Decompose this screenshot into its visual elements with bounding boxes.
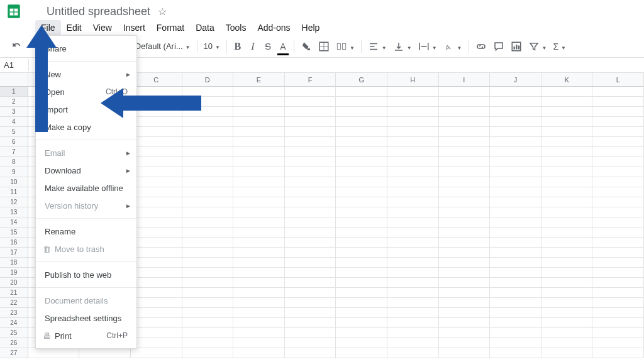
cell[interactable] [285, 348, 336, 358]
cell[interactable] [541, 288, 593, 298]
cell[interactable] [336, 258, 387, 268]
menu-data[interactable]: Data [190, 20, 220, 35]
cell[interactable] [336, 248, 387, 258]
cell[interactable] [285, 107, 336, 117]
cell[interactable] [131, 207, 182, 217]
cell[interactable] [592, 117, 644, 127]
cell[interactable] [490, 147, 541, 157]
cell[interactable] [233, 288, 285, 298]
cell[interactable] [439, 147, 491, 157]
cell[interactable] [541, 137, 593, 147]
cell[interactable] [387, 248, 439, 258]
menu-format[interactable]: Format [151, 20, 190, 35]
column-header[interactable]: K [541, 73, 593, 87]
wrap-button[interactable] [416, 38, 440, 55]
row-header[interactable]: 14 [0, 217, 28, 228]
cell[interactable] [285, 278, 336, 288]
cell[interactable] [336, 288, 387, 298]
cell[interactable] [233, 97, 285, 107]
cell[interactable] [28, 348, 80, 358]
cell[interactable] [592, 288, 644, 298]
cell[interactable] [490, 87, 541, 97]
menu-addons[interactable]: Add-ons [252, 20, 296, 35]
cell[interactable] [285, 187, 336, 197]
row-header[interactable]: 4 [0, 117, 28, 127]
cell[interactable] [233, 348, 285, 358]
font-family-select[interactable]: Default (Ari... [133, 38, 193, 55]
doc-title[interactable]: Untitled spreadsheet [28, 5, 150, 18]
cell[interactable] [541, 187, 593, 197]
cell[interactable] [336, 167, 387, 177]
cell[interactable] [490, 97, 541, 107]
cell[interactable] [285, 228, 336, 238]
cell[interactable] [233, 328, 285, 338]
cell[interactable] [541, 87, 593, 97]
cell[interactable] [233, 338, 285, 348]
cell[interactable] [285, 207, 336, 217]
cell[interactable] [490, 308, 541, 318]
column-header[interactable]: G [336, 73, 387, 87]
column-header[interactable]: I [439, 73, 491, 87]
cell[interactable] [439, 117, 491, 127]
cell[interactable] [233, 87, 285, 97]
cell[interactable] [336, 217, 387, 228]
cell[interactable] [285, 167, 336, 177]
cell[interactable] [233, 157, 285, 167]
cell[interactable] [541, 127, 593, 137]
cell[interactable] [285, 137, 336, 147]
cell[interactable] [131, 147, 182, 157]
cell[interactable] [131, 348, 182, 358]
row-header[interactable]: 25 [0, 328, 28, 338]
cell[interactable] [387, 117, 439, 127]
cell[interactable] [490, 157, 541, 167]
cell[interactable] [182, 127, 234, 137]
cell[interactable] [182, 137, 234, 147]
column-header[interactable]: F [285, 73, 336, 87]
cell[interactable] [592, 137, 644, 147]
cell[interactable] [439, 308, 491, 318]
cell[interactable] [182, 298, 234, 308]
cell[interactable] [541, 228, 593, 238]
cell[interactable] [182, 238, 234, 248]
cell[interactable] [233, 248, 285, 258]
cell[interactable] [285, 157, 336, 167]
cell[interactable] [439, 238, 491, 248]
cell[interactable] [336, 308, 387, 318]
cell[interactable] [592, 207, 644, 217]
file-menu-rename[interactable]: Rename [36, 222, 136, 240]
cell[interactable] [131, 177, 182, 187]
cell[interactable] [541, 217, 593, 228]
cell[interactable] [439, 177, 491, 187]
column-header[interactable]: E [233, 73, 285, 87]
row-header[interactable]: 10 [0, 177, 28, 187]
cell[interactable] [131, 238, 182, 248]
cell[interactable] [439, 107, 491, 117]
cell[interactable] [541, 338, 593, 348]
cell[interactable] [387, 338, 439, 348]
cell[interactable] [336, 137, 387, 147]
cell[interactable] [285, 238, 336, 248]
cell[interactable] [439, 298, 491, 308]
cell[interactable] [233, 177, 285, 187]
cell[interactable] [336, 338, 387, 348]
cell[interactable] [490, 187, 541, 197]
row-header[interactable]: 16 [0, 238, 28, 248]
cell[interactable] [182, 228, 234, 238]
merge-cells-button[interactable] [333, 38, 357, 55]
cell[interactable] [233, 207, 285, 217]
cell[interactable] [439, 248, 491, 258]
cell[interactable] [592, 348, 644, 358]
cell[interactable] [233, 308, 285, 318]
cell[interactable] [541, 117, 593, 127]
column-header[interactable]: C [131, 73, 182, 87]
cell[interactable] [131, 268, 182, 278]
row-header[interactable]: 1 [0, 87, 28, 97]
cell[interactable] [182, 338, 234, 348]
undo-icon[interactable] [9, 38, 25, 55]
row-header[interactable]: 24 [0, 318, 28, 328]
cell[interactable] [387, 298, 439, 308]
cell[interactable] [490, 248, 541, 258]
row-header[interactable]: 27 [0, 348, 28, 358]
cell[interactable] [387, 278, 439, 288]
cell[interactable] [541, 97, 593, 107]
